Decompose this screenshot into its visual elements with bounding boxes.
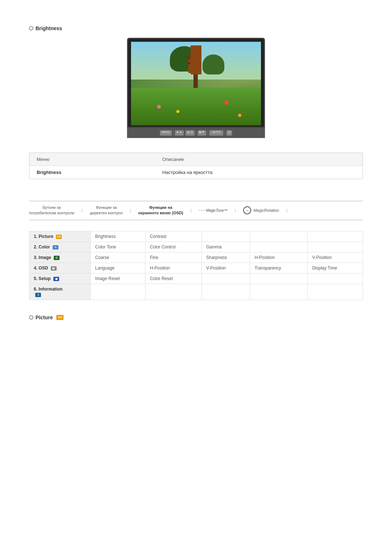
nav-item-user-controls[interactable]: Бутони за потребителски контроли — [29, 205, 74, 216]
info-table: Меню Описание Brightness Настройка на яр… — [29, 153, 363, 179]
info-empty4 — [250, 284, 308, 300]
color-tone: Color Tone — [91, 242, 146, 252]
magic-rotation-icon: ○ — [243, 206, 251, 214]
brightness-label: Brightness — [36, 25, 62, 31]
nav-item-direct-line2: директен контрол — [90, 210, 123, 216]
power-button[interactable]: ◎ — [226, 130, 232, 136]
magic-tune-wave-icon: ~~~ — [199, 208, 205, 212]
setup-icon: ▦ — [53, 277, 59, 281]
monitor-frame — [127, 38, 265, 128]
brightness-section-heading: Brightness — [29, 25, 363, 31]
info-table-wrapper: Меню Описание Brightness Настройка на яр… — [29, 153, 363, 179]
setup-empty3 — [308, 273, 363, 284]
picture-empty1 — [201, 231, 250, 242]
picture-contrast: Contrast — [145, 231, 201, 242]
menu-row-osd: 4. OSD ▦ Language H-Position V-Position … — [29, 263, 363, 273]
monitor-image-wrapper: MENU ►▲ ▲/◎ ■/▼ AUTO ◎ — [29, 38, 363, 138]
color-empty1 — [250, 242, 308, 252]
menu-header-setup: 5. Setup ▦ — [29, 273, 91, 284]
col-description-header: Описание — [155, 153, 363, 166]
nav-divider-5: | — [286, 208, 287, 212]
info-empty2 — [145, 284, 201, 300]
tree-top-left — [170, 46, 199, 72]
menu-row-setup: 5. Setup ▦ Image Reset Color Reset — [29, 273, 363, 284]
description-cell: Настройка на яркостта — [155, 166, 363, 179]
menu-grid-table: 1. Picture DA Brightness Contrast 2. Col… — [29, 231, 363, 300]
image-fine: Fine — [145, 252, 201, 263]
setup-image-reset: Image Reset — [91, 273, 146, 284]
menu-row-color: 2. Color ⊙ Color Tone Color Control Gamm… — [29, 242, 363, 252]
menu-header-picture: 1. Picture DA — [29, 231, 91, 242]
osd-language: Language — [91, 263, 146, 273]
menu-row-picture: 1. Picture DA Brightness Contrast — [29, 231, 363, 242]
setup-empty1 — [201, 273, 250, 284]
picture-brightness: Brightness — [91, 231, 146, 242]
nav-item-line2: потребителски контроли — [29, 210, 74, 216]
grass-area — [131, 88, 261, 126]
picture-label: Picture — [36, 315, 53, 320]
image-icon: ⊡ — [54, 256, 60, 260]
setup-color-reset: Color Reset — [145, 273, 201, 284]
nav-magic-tune[interactable]: ~~~ MagicTune™ — [199, 208, 228, 212]
picture-empty2 — [250, 231, 308, 242]
setup-empty2 — [250, 273, 308, 284]
picture-section: Picture DA — [29, 315, 363, 320]
osd-h-position: H-Position — [145, 263, 201, 273]
tree-top-right — [203, 54, 224, 74]
picture-section-heading: Picture DA — [29, 315, 363, 320]
btn-divider-3 — [208, 130, 208, 135]
btn-divider-4 — [225, 130, 225, 135]
nav-divider-4: | — [235, 208, 236, 212]
image-h-position: H-Position — [250, 252, 308, 263]
monitor-screen — [131, 42, 261, 125]
down-button[interactable]: ■/▼ — [197, 130, 207, 136]
image-sharpness: Sharpness — [201, 252, 250, 263]
nav-divider-2: | — [130, 208, 131, 212]
color-icon: ⊙ — [53, 245, 58, 250]
nav-divider-1: | — [82, 208, 83, 212]
info-empty1 — [91, 284, 146, 300]
image-v-position: V-Position — [308, 252, 363, 263]
picture-icon: DA — [56, 235, 62, 239]
flower-3 — [224, 100, 229, 105]
auto-button[interactable]: AUTO — [209, 130, 224, 136]
color-control: Color Control — [145, 242, 201, 252]
circle-bullet-icon — [29, 26, 33, 31]
menu-header-osd: 4. OSD ▦ — [29, 263, 91, 273]
menu-header-information: 6. Information ℹ — [29, 284, 91, 300]
menu-header-image: 3. Image ⊡ — [29, 252, 91, 263]
table-row: Brightness Настройка на яркостта — [29, 166, 363, 179]
btn-divider-1 — [173, 130, 173, 135]
monitor-controls-bar: MENU ►▲ ▲/◎ ■/▼ AUTO ◎ — [127, 128, 265, 138]
magic-tune-label: MagicTune™ — [206, 208, 228, 212]
menu-row-information: 6. Information ℹ — [29, 284, 363, 300]
circle-bullet-icon-2 — [29, 315, 33, 320]
flower-2 — [176, 110, 179, 113]
nav-item-direct-control[interactable]: Функции за директен контрол — [90, 205, 123, 216]
nav-item-direct-line1: Функции за — [96, 205, 117, 210]
menu-header-color: 2. Color ⊙ — [29, 242, 91, 252]
sky-area — [131, 42, 261, 80]
osd-transparency: Transparency — [250, 263, 308, 273]
nav-item-line1: Бутони за — [42, 205, 61, 210]
btn-divider-2 — [196, 130, 196, 135]
nav-item-osd[interactable]: Функции на екранното меню (OSD) — [138, 205, 183, 216]
nav-divider-3: | — [191, 208, 192, 212]
menu-button[interactable]: MENU — [160, 130, 172, 136]
up-button[interactable]: ▲/◎ — [185, 130, 195, 136]
osd-display-time: Display Time — [308, 263, 363, 273]
nav-magic-rotation[interactable]: ○ MagicRotation — [243, 206, 279, 214]
brightness-down-button[interactable]: ►▲ — [175, 130, 184, 136]
information-icon: ℹ — [35, 293, 41, 297]
osd-v-position: V-Position — [201, 263, 250, 273]
monitor-buttons: MENU ►▲ ▲/◎ ■/▼ AUTO ◎ — [160, 130, 232, 136]
osd-icon: ▦ — [51, 266, 57, 271]
nav-bar: Бутони за потребителски контроли | Функц… — [29, 201, 363, 220]
flower-1 — [157, 105, 161, 109]
nav-item-osd-line1: Функции на — [149, 205, 172, 210]
menu-cell: Brightness — [29, 166, 155, 179]
color-empty2 — [308, 242, 363, 252]
image-coarse: Coarse — [91, 252, 146, 263]
nav-item-osd-line2: екранното меню (OSD) — [138, 210, 183, 216]
info-empty5 — [308, 284, 363, 300]
